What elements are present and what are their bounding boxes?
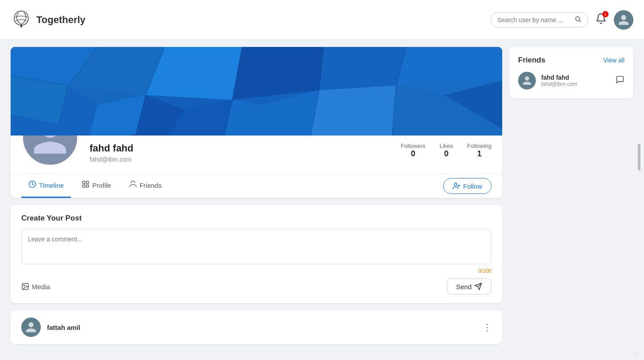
search-button[interactable] [574, 15, 582, 24]
followers-label: Followers [401, 143, 425, 149]
profile-email: fahd@ibm.com [90, 156, 390, 163]
tab-profile-label: Profile [92, 182, 111, 189]
tab-friends[interactable]: Friends [122, 174, 169, 198]
likes-value: 0 [440, 149, 453, 159]
svg-point-34 [454, 183, 457, 186]
main-layout: fahd fahd fahd@ibm.com Followers 0 Likes… [0, 40, 644, 351]
svg-rect-30 [82, 181, 85, 183]
friends-title: Friends [518, 56, 545, 65]
likes-stat: Likes 0 [440, 143, 453, 159]
resize-handle: ⟋ [634, 350, 640, 351]
friend-email: fahd@ibm.com [541, 81, 577, 87]
profile-card: fahd fahd fahd@ibm.com Followers 0 Likes… [11, 47, 502, 198]
post-preview-card: fattah amil ⋮ [11, 310, 502, 344]
following-label: Following [467, 143, 492, 149]
search-input[interactable] [497, 16, 573, 23]
right-sidebar: Friends View all fahd fahd fahd@ibm.com [509, 47, 633, 344]
tab-profile[interactable]: Profile [74, 174, 118, 198]
post-user-name: fattah amil [47, 324, 80, 331]
header-user-avatar[interactable] [614, 10, 633, 30]
profile-info: fahd fahd fahd@ibm.com [90, 135, 390, 163]
svg-rect-32 [82, 185, 85, 187]
friend-info: fahd fahd fahd@ibm.com [541, 74, 577, 87]
svg-line-1 [579, 20, 581, 22]
profile-stats: Followers 0 Likes 0 Following 1 [401, 135, 492, 159]
svg-marker-13 [309, 85, 396, 135]
friends-tab-icon [129, 180, 137, 190]
svg-rect-31 [86, 181, 89, 183]
media-button[interactable]: Media [21, 283, 50, 290]
send-button[interactable]: Send [447, 279, 492, 294]
follow-button[interactable]: Follow [443, 178, 492, 194]
logo-icon [11, 9, 32, 31]
app-title: Togetherly [36, 14, 86, 26]
tab-friends-label: Friends [140, 182, 162, 189]
tab-timeline-label: Timeline [39, 182, 64, 189]
post-actions: Media Send [21, 279, 492, 294]
friend-name: fahd fahd [541, 74, 577, 81]
create-post-card: Create Your Post 0/100 Media Send [11, 205, 502, 303]
header: Togetherly 1 [0, 0, 644, 40]
tab-timeline[interactable]: Timeline [21, 174, 71, 198]
followers-value: 0 [401, 149, 425, 159]
profile-tabs: Timeline Profile [11, 174, 502, 198]
svg-point-38 [23, 285, 24, 286]
profile-lower: fahd fahd fahd@ibm.com Followers 0 Likes… [11, 135, 502, 174]
notification-button[interactable]: 1 [595, 13, 607, 27]
notification-badge: 1 [602, 11, 609, 17]
likes-label: Likes [440, 143, 453, 149]
scroll-indicator [638, 144, 640, 170]
friend-chat-button[interactable] [616, 75, 624, 86]
media-label: Media [32, 283, 50, 290]
followers-stat: Followers 0 [401, 143, 425, 159]
cover-polygon-svg [11, 47, 502, 135]
header-right: 1 [491, 10, 633, 30]
post-user-avatar [21, 317, 41, 337]
center-col: fahd fahd fahd@ibm.com Followers 0 Likes… [11, 47, 502, 344]
post-char-count: 0/100 [21, 268, 492, 274]
logo-area: Togetherly [11, 9, 491, 31]
profile-tab-icon [82, 180, 90, 190]
search-box [491, 12, 588, 27]
post-more-button[interactable]: ⋮ [483, 323, 492, 332]
cover-photo [11, 47, 502, 135]
view-all-link[interactable]: View all [603, 57, 624, 64]
create-post-title: Create Your Post [21, 214, 492, 223]
follow-label: Follow [463, 182, 482, 190]
following-stat: Following 1 [467, 143, 492, 159]
svg-rect-33 [86, 185, 89, 187]
following-value: 1 [467, 149, 492, 159]
profile-name: fahd fahd [90, 143, 390, 154]
friends-header: Friends View all [518, 56, 624, 65]
friend-avatar [518, 72, 536, 89]
timeline-icon [28, 180, 36, 190]
friend-item: fahd fahd fahd@ibm.com [518, 72, 624, 89]
post-textarea[interactable] [21, 229, 492, 264]
send-label: Send [456, 283, 472, 290]
friends-card: Friends View all fahd fahd fahd@ibm.com [509, 47, 633, 98]
